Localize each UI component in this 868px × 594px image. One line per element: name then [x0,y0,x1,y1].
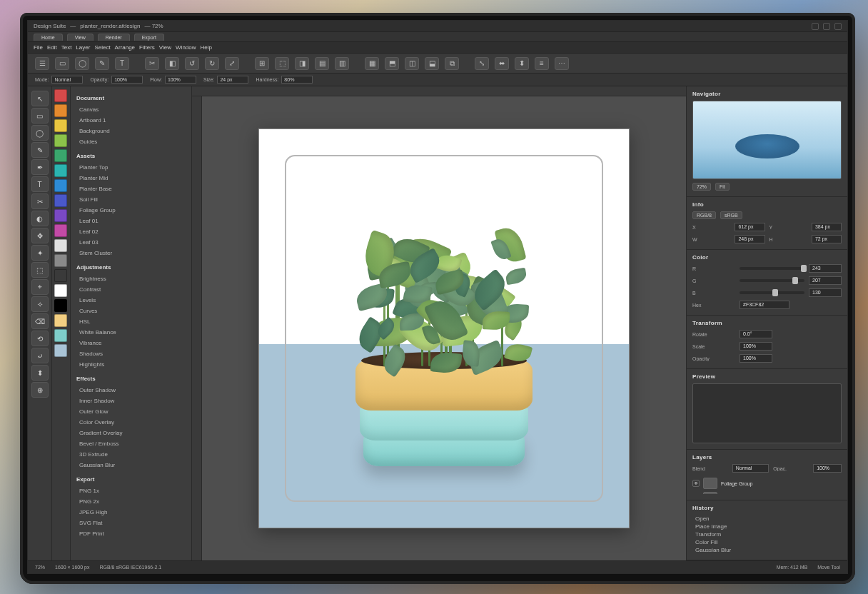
left-item[interactable]: Planter Mid [76,174,187,182]
left-item[interactable]: Planter Base [76,185,187,193]
left-item[interactable]: Stem Cluster [76,249,187,257]
toolbar-button-17[interactable]: ◫ [405,57,419,70]
status-zoom[interactable]: 72% [35,565,45,570]
tool-0[interactable]: ↖ [31,91,49,106]
left-item[interactable]: Highlights [76,361,187,368]
left-item[interactable]: Gaussian Blur [76,461,187,469]
opt-hardness[interactable]: Hardness: [256,76,313,84]
opt-flow[interactable]: Flow: [150,76,196,84]
ribbon-tab-render[interactable]: Render [98,34,130,41]
slider-r[interactable] [740,267,804,270]
slider-g[interactable] [740,279,804,282]
swatch-4[interactable] [54,149,67,162]
history-item[interactable]: Place Image [692,523,842,530]
swatch-5[interactable] [54,164,67,177]
opt-hardness-input[interactable] [281,76,313,84]
toolbar-button-3[interactable]: ✎ [95,57,109,70]
menu-filters[interactable]: Filters [139,44,155,51]
left-item[interactable]: PNG 1x [76,487,187,495]
left-item[interactable]: Background [76,127,187,135]
left-item[interactable]: Canvas [76,106,187,114]
toolbar-button-9[interactable]: ⤢ [225,57,239,70]
window-maximize[interactable] [823,23,830,30]
menu-select[interactable]: Select [94,44,110,51]
ruler-vertical[interactable] [192,96,202,560]
menu-window[interactable]: Window [176,44,196,51]
toolbar-button-10[interactable]: ⊞ [255,57,269,70]
opt-size-input[interactable] [217,76,248,84]
toolbar-button-7[interactable]: ↺ [185,57,199,70]
toolbar-button-4[interactable]: T [115,57,129,70]
left-section-effects[interactable]: Effects [76,376,187,382]
opt-mode-input[interactable] [51,76,83,84]
swatch-10[interactable] [54,239,67,252]
toolbar-button-5[interactable]: ✂ [145,57,159,70]
swatch-8[interactable] [54,209,67,222]
tool-13[interactable]: ⌫ [31,313,49,329]
menu-file[interactable]: File [34,44,43,51]
tool-3[interactable]: ✎ [31,142,49,158]
tool-2[interactable]: ◯ [31,125,49,141]
left-section-adjustments[interactable]: Adjustments [76,264,187,271]
left-section-assets[interactable]: Assets [76,153,187,159]
swatch-7[interactable] [54,194,67,207]
ruler-horizontal[interactable] [192,86,686,96]
layers-blend[interactable]: Normal [732,464,769,473]
left-item[interactable]: 3D Extrude [76,450,187,458]
opt-mode[interactable]: Mode: [35,76,83,84]
navigator-fit[interactable]: Fit [715,183,730,191]
swatch-1[interactable] [54,104,67,117]
menu-arrange[interactable]: Arrange [115,44,135,51]
window-minimize[interactable] [812,23,819,30]
slider-b[interactable] [740,291,804,294]
left-item[interactable]: Leaf 01 [76,217,187,225]
toolbar-button-24[interactable]: ⋯ [555,57,569,70]
left-item[interactable]: Shadows [76,350,187,358]
swatch-3[interactable] [54,134,67,147]
menu-view[interactable]: View [159,44,171,51]
swatch-11[interactable] [54,254,67,267]
left-item[interactable]: Outer Shadow [76,386,187,394]
left-item[interactable]: HSL [76,318,187,326]
swatch-16[interactable] [54,329,67,342]
ribbon-tab-view[interactable]: View [67,34,94,41]
opt-size[interactable]: Size: [203,76,249,84]
swatch-13[interactable] [54,284,67,297]
tool-7[interactable]: ◐ [31,211,49,226]
history-item[interactable]: Gaussian Blur [692,546,842,554]
tool-4[interactable]: ✒ [31,159,49,175]
left-item[interactable]: Leaf 03 [76,238,187,246]
left-item[interactable]: Bevel / Emboss [76,440,187,448]
toolbar-button-19[interactable]: ⧉ [445,57,459,70]
layer-row[interactable]: 👁Planter Top [692,490,842,494]
tool-1[interactable]: ▭ [31,108,49,124]
toolbar-button-8[interactable]: ↻ [205,57,219,70]
navigator-zoom[interactable]: 72% [692,183,711,191]
swatch-14[interactable] [54,299,67,312]
swatch-6[interactable] [54,179,67,192]
left-item[interactable]: Contrast [76,286,187,293]
tool-14[interactable]: ⟲ [31,331,49,346]
left-item[interactable]: Levels [76,296,187,304]
left-item[interactable]: PDF Print [76,530,187,538]
opt-opacity-input[interactable] [111,76,143,84]
color-hex[interactable]: #F3CF82 [740,301,789,309]
tool-8[interactable]: ✥ [31,228,49,243]
menu-edit[interactable]: Edit [47,44,57,51]
history-item[interactable]: Transform [692,530,842,538]
left-item[interactable]: Curves [76,307,187,315]
swatch-2[interactable] [54,119,67,132]
left-item[interactable]: Gradient Overlay [76,429,187,437]
tool-15[interactable]: ⤾ [31,348,49,363]
left-item[interactable]: Planter Top [76,163,187,171]
opt-flow-input[interactable] [165,76,196,84]
toolbar-button-21[interactable]: ⬌ [495,57,509,70]
left-item[interactable]: Leaf 02 [76,228,187,236]
left-item[interactable]: Brightness [76,275,187,283]
menu-help[interactable]: Help [201,44,212,51]
swatch-17[interactable] [54,344,67,357]
layers-opacity[interactable]: 100% [813,464,842,473]
left-section-export[interactable]: Export [76,476,187,483]
toolbar-button-2[interactable]: ◯ [75,57,89,70]
swatch-12[interactable] [54,269,67,282]
